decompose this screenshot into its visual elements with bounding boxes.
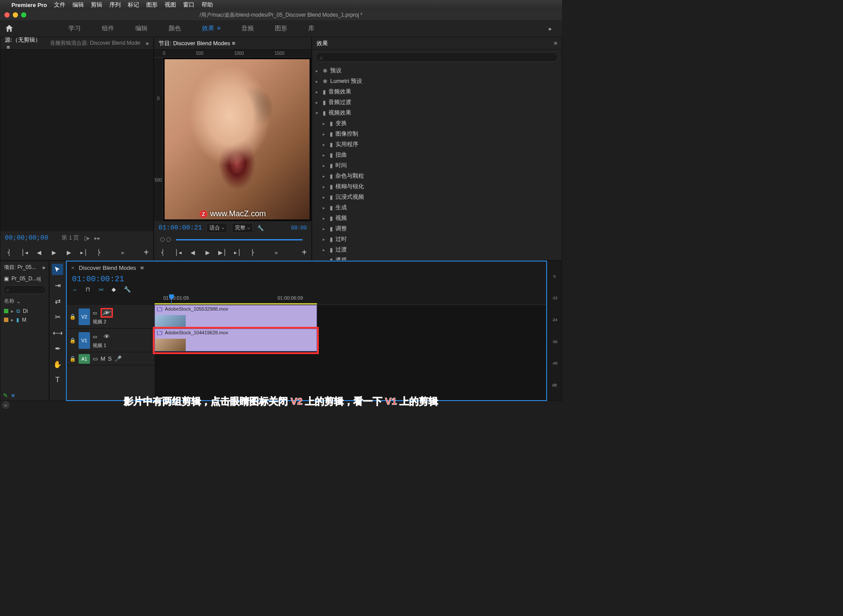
sequence-name[interactable]: Discover Blend Modes bbox=[79, 265, 136, 271]
settings-icon[interactable]: 🔧 bbox=[257, 225, 264, 231]
ws-tab-library[interactable]: 库 bbox=[298, 25, 325, 32]
effect-folder[interactable]: ▸▮实用程序 bbox=[312, 139, 562, 150]
slip-tool[interactable]: ⟷ bbox=[52, 327, 63, 338]
effect-folder[interactable]: ▸▮沉浸式视频 bbox=[312, 192, 562, 202]
lock-icon[interactable]: 🔒 bbox=[69, 314, 76, 320]
close-sequence-icon[interactable]: × bbox=[71, 265, 75, 271]
effect-folder[interactable]: ▸▮过渡 bbox=[312, 244, 562, 255]
toggle-output-icon[interactable]: ▭ bbox=[93, 355, 98, 362]
mark-in-icon[interactable]: ⎨ bbox=[159, 248, 167, 257]
step-fwd-icon[interactable]: ▶ bbox=[65, 248, 73, 257]
step-fwd-icon[interactable]: ▶⎪ bbox=[218, 248, 227, 257]
track-header-v1[interactable]: 🔒 V1 ▭ 👁 视频 1 bbox=[67, 329, 155, 352]
source-timecode[interactable]: 00;00;00;00 bbox=[5, 234, 48, 242]
solo-button[interactable]: S bbox=[108, 355, 112, 362]
resolution-dropdown[interactable]: 完整 bbox=[232, 223, 253, 233]
fit-dropdown[interactable]: 适合 bbox=[206, 223, 227, 233]
pencil-icon[interactable]: ✎ bbox=[3, 392, 8, 399]
panel-overflow-icon[interactable]: » bbox=[146, 40, 149, 47]
go-out-icon[interactable]: ▸⎪ bbox=[79, 248, 88, 257]
settings-icon[interactable]: 🔧 bbox=[124, 286, 131, 293]
effect-folder[interactable]: ▸▮调整 bbox=[312, 223, 562, 234]
effect-folder[interactable]: ▸▮图像控制 bbox=[312, 129, 562, 139]
work-area-bar[interactable] bbox=[155, 303, 317, 304]
menu-file[interactable]: 文件 bbox=[54, 1, 65, 9]
step-back-icon[interactable]: ◀ bbox=[188, 248, 197, 257]
effect-folder[interactable]: ▾▮视频效果 bbox=[312, 107, 562, 118]
effects-search[interactable]: ⌕ bbox=[316, 52, 558, 62]
audio-mixer-tab[interactable]: 音频剪辑混合器: Discover Blend Modes bbox=[50, 39, 140, 47]
proj-overflow-icon[interactable]: » bbox=[42, 265, 45, 271]
track-header-v2[interactable]: 🔒 V2 ▭ 👁 视频 2 bbox=[67, 305, 155, 329]
play-icon[interactable]: ▶ bbox=[203, 248, 212, 257]
list-view-icon[interactable]: ≡ bbox=[11, 392, 15, 399]
lock-icon[interactable]: 🔒 bbox=[69, 356, 76, 362]
go-out-icon[interactable]: ▸⎪ bbox=[233, 248, 242, 257]
add-button-icon[interactable]: + bbox=[302, 247, 307, 258]
ws-tab-learn[interactable]: 学习 bbox=[58, 25, 91, 32]
program-timecode[interactable]: 01:00:00:21 bbox=[159, 224, 202, 232]
ws-tab-effects[interactable]: 效果 bbox=[191, 25, 231, 32]
effect-folder[interactable]: ▸▮透视 bbox=[312, 255, 562, 260]
minimize-window-button[interactable] bbox=[13, 12, 18, 18]
source-tab[interactable]: 源:（无剪辑） bbox=[5, 36, 45, 50]
effect-folder[interactable]: ▸▮杂色与颗粒 bbox=[312, 171, 562, 181]
creative-cloud-icon[interactable]: ∞ bbox=[2, 401, 10, 409]
clip-v1[interactable]: fx AdobeStock_104419628.mov bbox=[155, 329, 317, 351]
eye-icon-v2[interactable]: 👁 bbox=[101, 308, 113, 318]
clip-v2[interactable]: fx AdobeStock_105532988.mov bbox=[155, 305, 317, 328]
ws-tab-color[interactable]: 颜色 bbox=[158, 25, 191, 32]
marker-icon[interactable]: ◆ bbox=[112, 286, 116, 293]
timeline-ruler[interactable]: 01:00:01:09 01:00:06:09 bbox=[155, 294, 546, 305]
effect-folder[interactable]: ▸▮模糊与锐化 bbox=[312, 181, 562, 192]
menu-sequence[interactable]: 序列 bbox=[109, 1, 121, 9]
toggle-output-icon[interactable]: ▭ bbox=[93, 310, 97, 316]
effect-folder[interactable]: ▸✱Lumetri 预设 bbox=[312, 76, 562, 86]
program-scrubber[interactable] bbox=[159, 236, 307, 244]
project-item[interactable]: ▸▮M bbox=[0, 315, 49, 324]
hand-tool[interactable]: ✋ bbox=[52, 358, 63, 370]
mic-icon[interactable]: 🎤 bbox=[115, 355, 122, 362]
ws-tab-audio[interactable]: 音频 bbox=[231, 25, 264, 32]
project-filename[interactable]: Pr_05_D...oj bbox=[11, 276, 41, 282]
project-item[interactable]: ▸⧉Di bbox=[0, 307, 49, 315]
ws-tab-graphics[interactable]: 图形 bbox=[264, 25, 298, 32]
program-tab[interactable]: 节目: Discover Blend Modes bbox=[159, 39, 235, 47]
menu-marker[interactable]: 标记 bbox=[128, 1, 139, 9]
snap-icon[interactable]: ⊓ bbox=[86, 286, 90, 293]
maximize-window-button[interactable] bbox=[21, 12, 26, 18]
effect-folder[interactable]: ▸▮音频过渡 bbox=[312, 97, 562, 107]
lock-icon[interactable]: 🔒 bbox=[69, 337, 76, 344]
menu-view[interactable]: 视图 bbox=[165, 1, 176, 9]
mute-button[interactable]: M bbox=[101, 355, 105, 362]
effect-folder[interactable]: ▸▮扭曲 bbox=[312, 150, 562, 160]
effect-folder[interactable]: ▸▮变换 bbox=[312, 118, 562, 129]
effect-folder[interactable]: ▸▮过时 bbox=[312, 234, 562, 244]
menu-graphics[interactable]: 图形 bbox=[146, 1, 158, 9]
menu-edit[interactable]: 编辑 bbox=[72, 1, 84, 9]
panel-menu-icon[interactable]: ≡ bbox=[140, 265, 144, 271]
go-in-icon[interactable]: ⎪◂ bbox=[173, 248, 182, 257]
effect-folder[interactable]: ▸✱预设 bbox=[312, 65, 562, 76]
effect-folder[interactable]: ▸▮视频 bbox=[312, 213, 562, 223]
zoom-handle-right[interactable] bbox=[166, 237, 171, 242]
ripple-tool[interactable]: ⇄ bbox=[52, 295, 63, 307]
menu-window[interactable]: 窗口 bbox=[183, 1, 195, 9]
project-tab[interactable]: 项目: Pr_05... bbox=[4, 264, 36, 271]
menu-help[interactable]: 帮助 bbox=[202, 1, 213, 9]
effect-folder[interactable]: ▸▮时间 bbox=[312, 160, 562, 171]
src-overflow-icon[interactable]: » bbox=[118, 248, 127, 257]
zoom-handle-left[interactable] bbox=[160, 237, 165, 242]
track-label-v1[interactable]: V1 bbox=[79, 332, 90, 349]
overwrite-icon[interactable]: ▸▸ bbox=[94, 235, 101, 241]
step-back-icon[interactable]: ◀ bbox=[35, 248, 43, 257]
effect-folder[interactable]: ▸▮音频效果 bbox=[312, 86, 562, 97]
effects-tab[interactable]: 效果 bbox=[317, 39, 328, 47]
ws-tab-assembly[interactable]: 组件 bbox=[91, 25, 125, 32]
type-tool[interactable]: T bbox=[52, 374, 63, 386]
add-button-icon[interactable]: + bbox=[144, 247, 149, 258]
linked-selection-icon[interactable]: ⫘ bbox=[98, 286, 104, 293]
insert-icon[interactable]: ▯▸ bbox=[84, 235, 90, 241]
mark-out-icon[interactable]: ⎬ bbox=[94, 248, 103, 257]
program-monitor[interactable]: 0 500 1000 1500 0 500 Z www.MacZ.com bbox=[154, 50, 311, 221]
